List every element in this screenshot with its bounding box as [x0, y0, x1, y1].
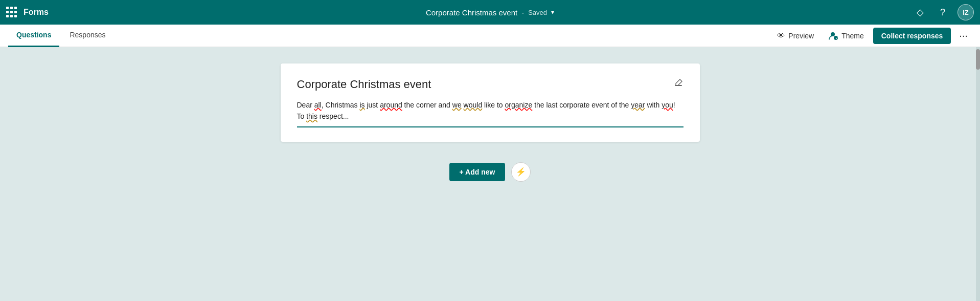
tab-questions[interactable]: Questions — [8, 25, 59, 47]
scrollbar-thumb[interactable] — [976, 49, 980, 70]
tabs-container: Questions Responses — [8, 25, 114, 47]
lightning-button[interactable]: ⚡ — [511, 162, 531, 182]
title-chevron-icon[interactable]: ▾ — [551, 9, 554, 16]
theme-button[interactable]: ✓ Theme — [823, 28, 869, 44]
form-card: Corporate Christmas event Dear all, Chri… — [281, 63, 700, 142]
lightning-icon: ⚡ — [516, 167, 526, 177]
sub-bar: Questions Responses 👁 Preview ✓ Theme — [0, 25, 980, 47]
title-separator: - — [521, 8, 524, 17]
top-bar: Forms Corporate Christmas event - Saved … — [0, 0, 980, 25]
sub-bar-right: 👁 Preview ✓ Theme Collect responses ··· — [772, 28, 972, 44]
top-bar-left: Forms — [6, 7, 49, 18]
add-new-button[interactable]: + Add new — [449, 163, 506, 181]
saved-label: Saved — [528, 9, 547, 16]
apps-icon[interactable] — [6, 7, 17, 18]
form-card-title: Corporate Christmas event — [297, 78, 431, 91]
more-options-button[interactable]: ··· — [955, 28, 972, 44]
scrollbar-track[interactable] — [976, 47, 980, 301]
form-description: Dear all, Christmas is just around the c… — [297, 99, 683, 127]
tab-responses[interactable]: Responses — [61, 25, 113, 47]
avatar[interactable]: IZ — [958, 4, 974, 20]
form-title: Corporate Christmas event — [426, 8, 517, 17]
main-area: Corporate Christmas event Dear all, Chri… — [0, 47, 980, 301]
diamond-icon-button[interactable]: ◇ — [913, 5, 928, 20]
theme-icon: ✓ — [828, 31, 838, 41]
edit-icon[interactable] — [673, 78, 683, 91]
action-row: + Add new ⚡ — [449, 162, 531, 182]
form-title-row: Corporate Christmas event — [297, 78, 683, 91]
preview-button[interactable]: 👁 Preview — [772, 28, 819, 44]
svg-text:✓: ✓ — [835, 37, 838, 40]
top-bar-right: ◇ ? IZ — [913, 4, 974, 20]
app-name: Forms — [24, 8, 49, 17]
help-icon-button[interactable]: ? — [936, 5, 949, 20]
top-bar-center: Corporate Christmas event - Saved ▾ — [426, 8, 554, 17]
preview-eye-icon: 👁 — [777, 31, 785, 40]
collect-responses-button[interactable]: Collect responses — [873, 28, 951, 44]
